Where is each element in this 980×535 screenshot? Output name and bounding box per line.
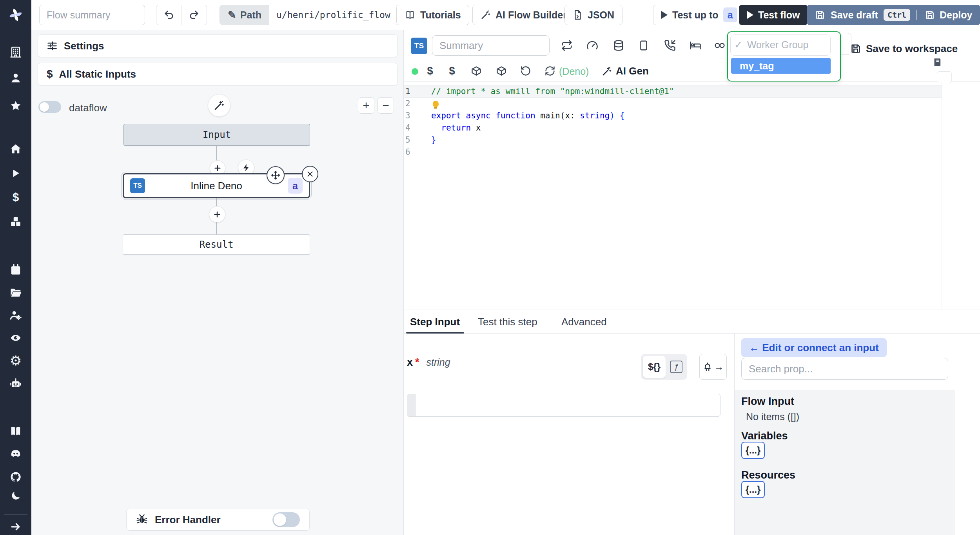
- typescript-badge: TS: [130, 178, 145, 193]
- error-handler-toggle[interactable]: [272, 512, 300, 527]
- retries-repeat-icon[interactable]: [561, 39, 573, 52]
- audit-eye-icon[interactable]: [0, 329, 31, 346]
- path-label: Path: [240, 9, 261, 21]
- reset-rotate-ccw-icon[interactable]: [520, 65, 532, 77]
- active-tab-underline: [406, 332, 464, 334]
- package-cube-icon[interactable]: [495, 65, 507, 77]
- tab-advanced[interactable]: Advanced: [561, 310, 607, 334]
- concurrency-icon[interactable]: [713, 39, 726, 52]
- worker-tag-selected-option[interactable]: my_tag: [731, 58, 831, 74]
- function-mode-button[interactable]: ƒ: [667, 356, 685, 378]
- discord-icon[interactable]: [0, 445, 31, 462]
- delete-step-button[interactable]: [302, 166, 318, 182]
- lightbulb-icon[interactable]: [433, 101, 439, 107]
- code-lines: 1// import * as wmill from "npm:windmill…: [404, 85, 980, 158]
- docs-book-icon[interactable]: [0, 423, 31, 440]
- connect-input-plug-button[interactable]: →: [699, 354, 727, 380]
- edit-or-connect-button[interactable]: ← Edit or connect an input: [741, 338, 887, 357]
- minimap-divider: [942, 82, 942, 310]
- runs-play-icon[interactable]: [0, 165, 31, 182]
- ai-wand-button[interactable]: [208, 94, 230, 117]
- ai-gen-button[interactable]: AI Gen: [602, 65, 649, 77]
- save-to-workspace-button[interactable]: Save to workspace: [850, 40, 958, 57]
- tutorials-button[interactable]: Tutorials: [396, 5, 469, 25]
- sidebar-divider: [4, 132, 27, 132]
- variables-object-badge[interactable]: {...}: [741, 442, 765, 459]
- github-icon[interactable]: [0, 468, 31, 486]
- zoom-in-button[interactable]: +: [358, 97, 374, 114]
- field-value-input[interactable]: [407, 394, 720, 417]
- settings-gear-icon[interactable]: ⚙: [0, 352, 31, 369]
- minimap-box: [937, 71, 952, 83]
- worker-group-option[interactable]: ✓ Worker Group: [734, 39, 808, 51]
- ai-flow-builder-button[interactable]: AI Flow Builder: [472, 5, 575, 25]
- undo-button[interactable]: [156, 5, 182, 25]
- resources-object-badge[interactable]: {...}: [741, 481, 765, 498]
- test-flow-button[interactable]: Test flow: [739, 5, 808, 25]
- save-icon: [925, 10, 935, 20]
- dollar-icon[interactable]: $: [424, 65, 436, 77]
- edit-path-button[interactable]: ✎ Path: [220, 5, 269, 25]
- dark-mode-moon-icon[interactable]: [0, 487, 31, 504]
- redo-button[interactable]: [182, 5, 207, 25]
- bug-icon: [136, 514, 148, 526]
- folders-icon[interactable]: [0, 284, 31, 301]
- flow-settings-button[interactable]: Settings: [38, 34, 397, 57]
- path-value[interactable]: u/henri/prolific_flow: [269, 5, 397, 25]
- bottom-panel: Step Input Test this step Advanced x* st…: [404, 310, 980, 535]
- zoom-out-button[interactable]: −: [377, 97, 394, 114]
- connect-input-panel: ← Edit or connect an input Flow Input No…: [734, 334, 980, 535]
- groups-user-cog-icon[interactable]: [0, 306, 31, 324]
- variables-dollar-icon[interactable]: $: [0, 189, 31, 206]
- mock-rectangle-icon[interactable]: [637, 39, 650, 52]
- home-icon[interactable]: [0, 140, 31, 158]
- all-static-inputs-button[interactable]: $ All Static Inputs: [38, 63, 397, 85]
- input-drag-strip: [407, 394, 416, 416]
- sidebar-divider: [4, 514, 27, 515]
- expand-sidebar-arrow-icon[interactable]: [0, 518, 31, 535]
- deno-runtime-label[interactable]: (Deno): [559, 66, 589, 77]
- edge-line: [216, 198, 217, 207]
- step-summary-input[interactable]: [432, 35, 550, 56]
- pencil-icon: ✎: [228, 9, 236, 21]
- tab-step-input[interactable]: Step Input: [410, 310, 460, 334]
- json-button[interactable]: JSON: [564, 5, 622, 25]
- sleep-bed-icon[interactable]: [689, 39, 702, 52]
- schedules-calendar-icon[interactable]: [0, 261, 31, 278]
- field-type: string: [426, 357, 450, 368]
- flow-input-empty: No items ([]): [746, 411, 799, 423]
- step-id-badge: a: [723, 7, 737, 22]
- dollar-icon: $: [47, 68, 53, 80]
- typescript-badge: TS: [411, 38, 427, 54]
- topbar: ✎ Path u/henri/prolific_flow Tutorials A…: [31, 0, 980, 30]
- suspend-phone-icon[interactable]: [664, 39, 676, 52]
- early-stop-gauge-icon[interactable]: [586, 39, 599, 52]
- field-name: x: [407, 356, 413, 368]
- cache-database-icon[interactable]: [612, 39, 625, 52]
- reload-refresh-icon[interactable]: [544, 65, 556, 77]
- flow-input-node[interactable]: Input: [123, 124, 310, 146]
- book-icon: [405, 9, 416, 20]
- workspace-building-icon[interactable]: [0, 44, 31, 61]
- template-mode-button[interactable]: ${}: [643, 356, 666, 378]
- code-editor[interactable]: 1// import * as wmill from "npm:windmill…: [404, 82, 980, 314]
- tab-test-this-step[interactable]: Test this step: [478, 310, 537, 334]
- resources-boxes-icon[interactable]: [0, 213, 31, 230]
- test-up-to-button[interactable]: Test up to a: [653, 5, 742, 25]
- save-icon: [850, 43, 861, 54]
- dataflow-toggle[interactable]: [38, 101, 61, 113]
- insert-step-button[interactable]: [209, 206, 225, 223]
- ai-robot-icon[interactable]: [0, 375, 31, 392]
- flow-result-node[interactable]: Result: [123, 234, 310, 255]
- dollar-icon[interactable]: $: [446, 65, 458, 77]
- user-icon[interactable]: [0, 69, 31, 87]
- deploy-button[interactable]: Deploy: [916, 5, 980, 25]
- search-prop-input[interactable]: [741, 358, 948, 380]
- move-step-button[interactable]: [267, 166, 285, 184]
- package-cube-icon[interactable]: [470, 65, 482, 77]
- library-icon[interactable]: [932, 56, 942, 68]
- favorites-star-icon[interactable]: [0, 97, 31, 114]
- error-handler-card[interactable]: Error Handler: [126, 509, 310, 531]
- windmill-logo[interactable]: [0, 0, 31, 30]
- flow-summary-input[interactable]: [39, 5, 145, 25]
